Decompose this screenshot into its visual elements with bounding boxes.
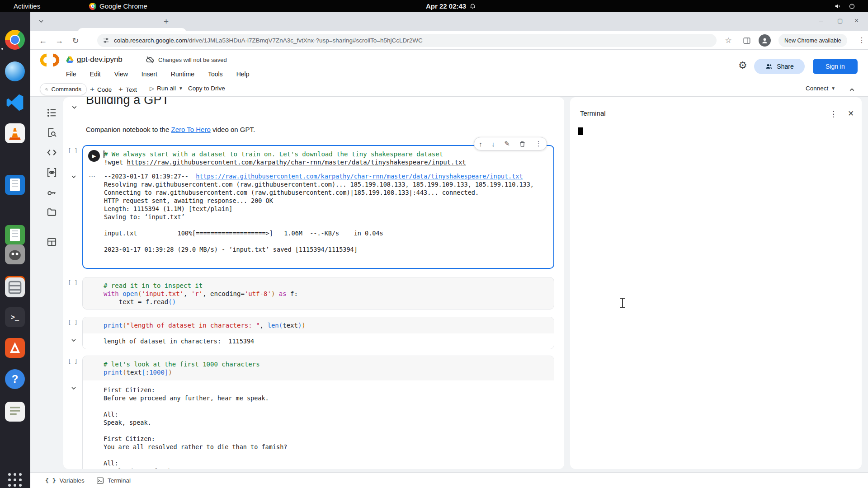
collapse-header-chevron-icon[interactable] [848, 86, 856, 95]
plus-icon: + [90, 85, 94, 94]
dock-google-chrome-icon[interactable] [5, 30, 25, 50]
menu-view[interactable]: View [114, 70, 128, 80]
url-domain: colab.research.google.com [114, 37, 187, 44]
run-all-button[interactable]: ▷Run all▼ [150, 85, 183, 92]
terminal-close-icon[interactable]: ✕ [848, 109, 854, 118]
run-cell-button[interactable]: ▶ [88, 150, 100, 162]
output-options-icon[interactable]: ⋯ [89, 172, 96, 180]
forward-button[interactable]: → [53, 35, 65, 47]
window-minimize-button[interactable]: – [819, 17, 823, 25]
code-cell-with-output: # let's look at the first 1000 character… [82, 356, 554, 469]
window-maximize-button[interactable]: ▢ [837, 17, 843, 24]
menu-insert[interactable]: Insert [142, 70, 157, 80]
dock-text-editor-icon[interactable] [5, 402, 25, 422]
output-collapse-chevron-icon[interactable] [70, 385, 77, 392]
data-table-icon[interactable] [47, 237, 57, 247]
cell-menu-kebab-icon[interactable]: ⋮ [535, 140, 542, 148]
cell-output: First Citizen:Before we proceed any furt… [83, 380, 554, 469]
dock-vlc-icon[interactable] [5, 123, 25, 143]
code-cell-selected: ▶ # We always start with a dataset to tr… [82, 145, 554, 269]
variables-button[interactable]: { } Variables [45, 473, 85, 488]
colab-bottom-bar: { } Variables Terminal [30, 472, 868, 488]
notebook-title[interactable]: gpt-dev.ipynb [77, 55, 123, 64]
cell-output: length of dataset in characters: 1115394 [83, 333, 554, 349]
person-icon [761, 37, 769, 44]
menu-runtime[interactable]: Runtime [171, 70, 194, 80]
terminal-screen[interactable] [576, 122, 855, 463]
side-panel-icon[interactable] [743, 37, 751, 47]
code-editor[interactable]: print("length of dataset in characters: … [83, 317, 554, 333]
dock-vscode-icon[interactable] [5, 93, 25, 113]
files-folder-icon[interactable] [47, 207, 57, 217]
toolbar-divider [144, 85, 144, 94]
plus-icon: + [118, 85, 123, 94]
tab-search-chevron-icon[interactable] [38, 18, 45, 27]
browser-menu-kebab-icon[interactable]: ⋮ [858, 36, 865, 44]
terminal-menu-kebab-icon[interactable]: ⋮ [830, 109, 837, 119]
new-tab-button[interactable]: + [164, 17, 169, 27]
braces-icon: { } [45, 477, 56, 484]
output-collapse-chevron-icon[interactable] [70, 173, 77, 180]
terminal-button[interactable]: Terminal [96, 473, 131, 488]
dock-file-manager-icon[interactable] [5, 277, 25, 297]
system-tray[interactable] [834, 0, 855, 12]
section-heading: Building a GPT [86, 97, 169, 107]
section-subtitle: Companion notebook to the Zero To Hero v… [86, 126, 255, 133]
cell-output: ⋯ --2023-01-17 01:39:27-- https://raw.gi… [83, 170, 553, 257]
share-button[interactable]: Share [754, 59, 805, 74]
dock: >_ ? [0, 12, 30, 488]
move-cell-up-icon[interactable]: ↑ [479, 140, 482, 148]
window-close-button[interactable]: × [854, 17, 859, 25]
find-replace-icon[interactable] [47, 127, 57, 138]
variable-inspector-icon[interactable] [47, 167, 57, 178]
bookmark-star-icon[interactable]: ☆ [722, 35, 734, 47]
dock-terminal-icon[interactable]: >_ [5, 307, 25, 327]
sign-in-button[interactable]: Sign in [813, 59, 858, 74]
back-button[interactable]: ← [37, 35, 49, 47]
address-bar[interactable]: colab.research.google.com/drive/1JMLa53H… [97, 34, 717, 47]
dock-help-icon[interactable]: ? [5, 369, 25, 389]
output-collapse-chevron-icon[interactable] [70, 337, 77, 344]
delete-cell-trash-icon[interactable] [519, 141, 526, 147]
save-status: Changes will not be saved [158, 56, 227, 63]
dock-libreoffice-calc-icon[interactable] [5, 225, 25, 245]
code-editor[interactable]: # let's look at the first 1000 character… [83, 356, 554, 380]
code-snippets-icon[interactable] [47, 147, 57, 158]
table-of-contents-icon[interactable] [47, 108, 57, 118]
cell-exec-indicator: [ ] [68, 148, 78, 154]
dock-ubuntu-software-icon[interactable] [5, 338, 25, 358]
search-icon [45, 86, 48, 93]
edit-cell-icon[interactable]: ✎ [504, 140, 510, 148]
activities-button[interactable]: Activities [14, 0, 40, 12]
secrets-key-icon[interactable] [47, 187, 57, 197]
commands-button[interactable]: Commands [40, 83, 87, 95]
focused-app-indicator[interactable]: Google Chrome [89, 0, 147, 12]
profile-avatar[interactable] [759, 34, 771, 47]
power-icon [849, 3, 855, 9]
zero-to-hero-link[interactable]: Zero To Hero [171, 126, 210, 133]
dock-blue-sphere-app-icon[interactable] [5, 61, 25, 81]
connect-button[interactable]: Connect▼ [806, 85, 835, 92]
dock-gimp-icon[interactable] [5, 244, 25, 264]
menu-help[interactable]: Help [236, 70, 250, 80]
menu-tools[interactable]: Tools [208, 70, 223, 80]
reload-button[interactable]: ↻ [70, 35, 81, 47]
settings-gear-icon[interactable]: ⚙ [738, 60, 747, 71]
add-text-button[interactable]: +Text [118, 85, 137, 94]
dock-libreoffice-writer-icon[interactable] [5, 175, 25, 195]
notebook-panel: Building a GPT Companion notebook to the… [63, 97, 564, 469]
url-path: /drive/1JMLa53HDuA-i7ZBmqV7ZnA3c_fvtXnx-… [187, 37, 423, 44]
chrome-icon [89, 3, 96, 10]
dock-app-grid-icon[interactable] [8, 473, 11, 476]
clock[interactable]: Apr 22 02:43 [426, 0, 476, 12]
menu-edit[interactable]: Edit [90, 70, 101, 80]
copy-to-drive-button[interactable]: Copy to Drive [188, 85, 225, 92]
move-cell-down-icon[interactable]: ↓ [491, 140, 495, 148]
menu-file[interactable]: File [66, 70, 76, 80]
code-editor[interactable]: # read it in to inspect itwith open('inp… [83, 277, 554, 310]
left-rail [41, 108, 62, 247]
add-code-button[interactable]: +Code [90, 85, 112, 94]
section-collapse-chevron-icon[interactable] [71, 103, 78, 111]
chevron-down-icon: ▼ [831, 86, 835, 91]
new-chrome-available-button[interactable]: New Chrome available [778, 34, 847, 47]
